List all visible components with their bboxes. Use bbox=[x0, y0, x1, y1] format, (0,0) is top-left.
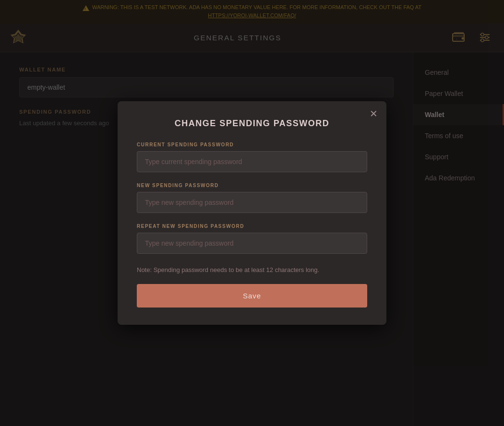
modal-title: CHANGE SPENDING PASSWORD bbox=[137, 118, 367, 129]
modal-overlay: CHANGE SPENDING PASSWORD ✕ CURRENT SPEND… bbox=[0, 0, 504, 426]
repeat-password-input[interactable] bbox=[137, 233, 367, 254]
change-spending-password-modal: CHANGE SPENDING PASSWORD ✕ CURRENT SPEND… bbox=[118, 101, 386, 325]
new-password-input[interactable] bbox=[137, 192, 367, 213]
current-password-label: CURRENT SPENDING PASSWORD bbox=[137, 142, 367, 147]
modal-note: Note: Spending password needs to be at l… bbox=[137, 266, 367, 273]
modal-close-button[interactable]: ✕ bbox=[370, 109, 378, 118]
save-button[interactable]: Save bbox=[137, 284, 367, 308]
current-password-input[interactable] bbox=[137, 151, 367, 172]
new-password-label: NEW SPENDING PASSWORD bbox=[137, 183, 367, 188]
repeat-password-label: REPEAT NEW SPENDING PASSWORD bbox=[137, 224, 367, 229]
